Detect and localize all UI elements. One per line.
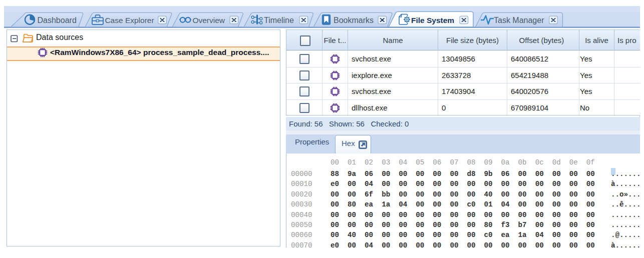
svg-text:Case Explorer: Case Explorer bbox=[105, 16, 154, 24]
svg-text:Task Manager: Task Manager bbox=[494, 16, 544, 24]
svg-text:Timeline: Timeline bbox=[264, 16, 294, 24]
svg-text:Dashboard: Dashboard bbox=[38, 16, 77, 24]
svg-text:Overview: Overview bbox=[192, 16, 225, 24]
svg-text:File System: File System bbox=[411, 16, 454, 24]
svg-text:Bookmarks: Bookmarks bbox=[334, 16, 374, 24]
